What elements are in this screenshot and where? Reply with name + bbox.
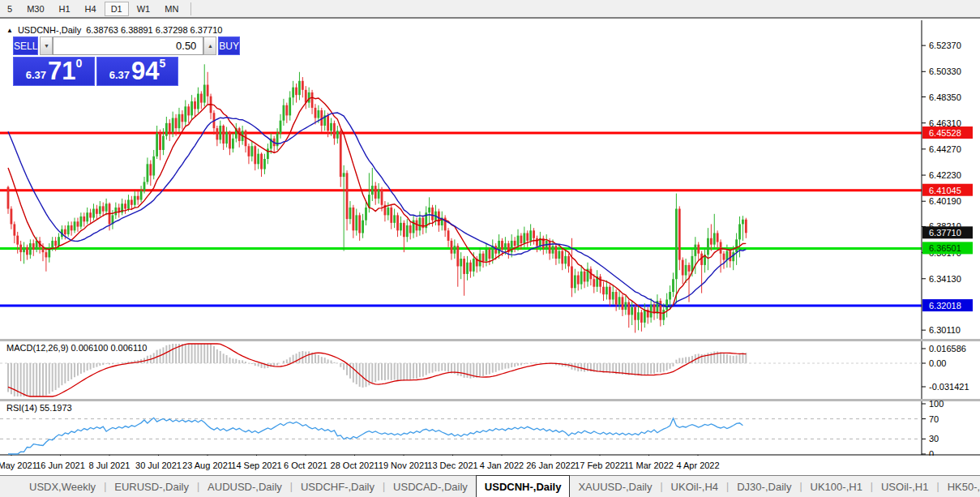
date-tick-label: 6 Oct 2021 — [284, 461, 327, 470]
date-tick-label: 30 Jul 2021 — [135, 461, 182, 470]
chart-tab-ukoil[interactable]: UKOil-,H4 — [663, 476, 727, 497]
buy-price-button[interactable]: 6.37 94 5 — [96, 57, 178, 86]
timeframe-button-h1[interactable]: H1 — [53, 2, 77, 16]
chart-tab-audusd[interactable]: AUDUSD-,Daily — [199, 476, 290, 497]
candle-body — [333, 123, 336, 139]
timeframe-button-w1[interactable]: W1 — [131, 2, 157, 16]
candle-body — [36, 241, 38, 250]
candle-body — [665, 299, 668, 310]
chart-tab-usdchf[interactable]: USDCHF-,Daily — [293, 476, 383, 497]
candle-body — [517, 236, 520, 246]
candle-body — [200, 94, 203, 103]
price-tick-label: 6.40190 — [929, 196, 961, 206]
candle-body — [406, 225, 409, 237]
one-click-trade-panel: SELL ▼ ▲ BUY 6.37 71 0 6.37 94 5 — [13, 36, 178, 86]
candle-body — [86, 212, 88, 221]
candle-body — [460, 259, 462, 266]
date-tick-label: 8 Jul 2021 — [89, 461, 131, 470]
chart-tab-bar: USDX,Weekly|EURUSD-,Daily|AUDUSD-,Daily|… — [0, 475, 980, 497]
chart-tab-dj30[interactable]: DJ30-,Daily — [729, 476, 799, 497]
macd-axis-label: 0.016586 — [929, 344, 966, 353]
candle-body — [723, 254, 725, 260]
candle-body — [317, 110, 319, 118]
date-tick-label: 11 Mar 2022 — [624, 461, 674, 470]
timeframe-button-d1[interactable]: D1 — [105, 2, 129, 16]
candle-body — [374, 186, 377, 199]
candle-body — [32, 243, 35, 250]
sell-price-button[interactable]: 6.37 71 0 — [13, 57, 95, 86]
candle-body — [83, 216, 85, 221]
candle-body — [555, 246, 558, 259]
candle-body — [393, 215, 396, 222]
candle-body — [127, 199, 130, 208]
candle-body — [114, 208, 117, 215]
date-tick-label: 25 May 2021 — [0, 461, 37, 470]
candle-body — [159, 133, 161, 150]
candle-body — [162, 136, 165, 150]
candle-body — [552, 246, 554, 253]
lot-decrease-button[interactable]: ▼ — [40, 36, 53, 55]
timeframe-button-m30[interactable]: M30 — [20, 2, 50, 16]
candle-body — [707, 238, 709, 255]
candle-body — [11, 209, 13, 225]
chart-tab-uk100[interactable]: UK100-,H1 — [802, 476, 871, 497]
candle-body — [609, 287, 611, 300]
date-tick-label: 28 Oct 2021 — [331, 461, 379, 470]
candle-body — [511, 241, 513, 252]
candle-body — [577, 276, 580, 285]
date-tick-label: 26 Jan 2022 — [526, 461, 576, 470]
candle-body — [225, 132, 228, 144]
candle-body — [732, 252, 734, 261]
candle-body — [352, 208, 354, 230]
candle-body — [463, 259, 465, 274]
chart-tab-hk50[interactable]: HK50-,H1 — [939, 476, 980, 497]
timeframe-button-mn[interactable]: MN — [158, 2, 185, 16]
chart-tab-eurusd[interactable]: EURUSD-,Daily — [106, 476, 197, 497]
timeframe-button-h4[interactable]: H4 — [79, 2, 103, 16]
chart-tab-usoil[interactable]: USOil-,H1 — [873, 476, 937, 497]
candle-body — [289, 97, 291, 115]
candle-body — [602, 287, 605, 294]
candle-body — [622, 297, 624, 310]
candle-body — [378, 190, 380, 199]
timeframe-button-5[interactable]: 5 — [1, 2, 19, 16]
candle-body — [190, 101, 193, 115]
candle-body — [644, 310, 646, 323]
candle-body — [362, 221, 364, 234]
collapse-triangle-icon[interactable]: ▲ — [6, 27, 13, 34]
price-badge-label: 6.41045 — [929, 186, 961, 195]
candle-body — [315, 108, 317, 118]
rsi-axis-label: 100 — [929, 399, 944, 409]
date-tick-label: 19 Nov 2021 — [379, 461, 429, 470]
chart-tab-xauusd[interactable]: XAUUSD-,Daily — [570, 476, 660, 497]
candle-body — [428, 208, 430, 212]
candle-body — [640, 312, 643, 323]
candle-body — [717, 233, 719, 242]
buy-button[interactable]: BUY — [218, 36, 240, 55]
candle-body — [140, 191, 143, 199]
candle-body — [574, 276, 576, 289]
lot-increase-button[interactable]: ▲ — [203, 36, 216, 55]
candle-body — [143, 182, 146, 191]
chart-tab-usdcad[interactable]: USDCAD-,Daily — [385, 476, 476, 497]
candle-body — [606, 287, 608, 294]
candle-body — [92, 209, 95, 218]
date-tick-label: 4 Jan 2022 — [480, 461, 524, 470]
chart-tab-usdx[interactable]: USDX,Weekly — [21, 476, 104, 497]
date-tick-label: 13 Dec 2021 — [427, 461, 477, 470]
candle-body — [416, 221, 418, 231]
candle-body — [23, 247, 25, 252]
candle-body — [134, 196, 136, 205]
candle-body — [257, 154, 259, 165]
lot-size-input[interactable] — [53, 36, 203, 55]
price-badge-label: 6.45528 — [929, 128, 961, 138]
candle-body — [523, 233, 525, 243]
chart-tab-usdcnh[interactable]: USDCNH-,Daily — [476, 475, 571, 497]
candle-body — [181, 114, 183, 122]
candle-body — [194, 101, 196, 109]
candle-body — [232, 139, 234, 149]
candle-body — [615, 292, 618, 305]
candle-body — [197, 94, 199, 109]
candle-body — [390, 208, 392, 223]
sell-button[interactable]: SELL — [13, 36, 38, 55]
